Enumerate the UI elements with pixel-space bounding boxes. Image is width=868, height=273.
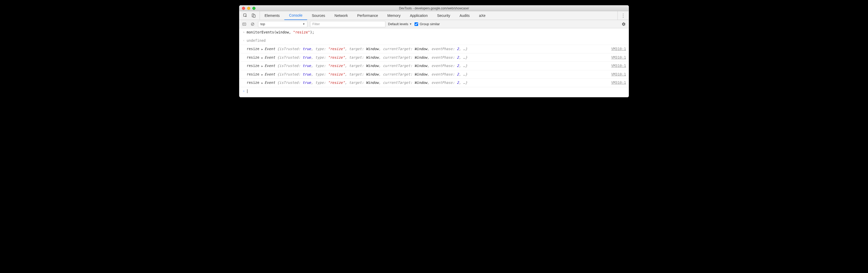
console-log-row: resize ▶Event {isTrusted: true, type: "r… bbox=[239, 62, 629, 70]
expand-triangle-icon[interactable]: ▶ bbox=[261, 81, 265, 85]
tab-axe[interactable]: aXe bbox=[474, 11, 490, 20]
expand-triangle-icon[interactable]: ▶ bbox=[261, 47, 265, 52]
source-link[interactable]: VM310:1 bbox=[609, 46, 626, 52]
console-result: undefined bbox=[247, 38, 626, 43]
source-link[interactable]: VM310:1 bbox=[609, 72, 626, 77]
tab-application[interactable]: Application bbox=[405, 11, 432, 20]
log-gutter bbox=[241, 46, 247, 52]
group-similar-checkbox[interactable]: Group similar bbox=[414, 22, 440, 26]
svg-line-5 bbox=[252, 23, 254, 25]
minimize-window-button[interactable] bbox=[247, 7, 250, 10]
expand-triangle-icon[interactable]: ▶ bbox=[261, 73, 265, 77]
svg-rect-2 bbox=[253, 15, 255, 18]
source-link[interactable]: VM310:1 bbox=[609, 80, 626, 86]
log-gutter bbox=[241, 55, 247, 60]
tabbar-left-tools bbox=[239, 11, 260, 20]
console-log-row: resize ▶Event {isTrusted: true, type: "r… bbox=[239, 54, 629, 62]
main-tabbar: ElementsConsoleSourcesNetworkPerformance… bbox=[239, 11, 629, 20]
group-similar-label: Group similar bbox=[420, 22, 440, 26]
console-log-content[interactable]: resize ▶Event {isTrusted: true, type: "r… bbox=[247, 63, 609, 69]
log-gutter bbox=[241, 80, 247, 86]
tab-security[interactable]: Security bbox=[432, 11, 455, 20]
tab-performance[interactable]: Performance bbox=[352, 11, 382, 20]
console-command: monitorEvents(window, "resize"); bbox=[247, 30, 626, 35]
console-log-content[interactable]: resize ▶Event {isTrusted: true, type: "r… bbox=[247, 72, 609, 77]
console-log-row: resize ▶Event {isTrusted: true, type: "r… bbox=[239, 79, 629, 87]
window-controls bbox=[239, 7, 255, 10]
tab-audits[interactable]: Audits bbox=[455, 11, 474, 20]
tabbar-menu-button[interactable]: ⋮ bbox=[618, 11, 629, 20]
console-result-row: ‹ undefined bbox=[239, 37, 629, 45]
titlebar: DevTools - developers.google.com/web/sho… bbox=[239, 5, 629, 11]
tab-network[interactable]: Network bbox=[330, 11, 352, 20]
console-prompt-input[interactable] bbox=[247, 89, 626, 94]
context-selector-value: top bbox=[260, 22, 265, 26]
expand-triangle-icon[interactable]: ▶ bbox=[261, 64, 265, 68]
kebab-icon: ⋮ bbox=[621, 13, 625, 18]
filter-input[interactable] bbox=[310, 21, 385, 27]
toggle-sidebar-icon[interactable] bbox=[241, 21, 247, 27]
console-log-row: resize ▶Event {isTrusted: true, type: "r… bbox=[239, 45, 629, 54]
expand-triangle-icon[interactable]: ▶ bbox=[261, 56, 265, 60]
console-log-row: resize ▶Event {isTrusted: true, type: "r… bbox=[239, 70, 629, 79]
log-levels-label: Default levels bbox=[388, 22, 408, 26]
console-input-row: › monitorEvents(window, "resize"); bbox=[239, 28, 629, 37]
prompt-gutter-icon: › bbox=[241, 89, 247, 94]
console-toolbar: top ▼ Default levels ▼ Group similar bbox=[239, 20, 629, 28]
log-levels-dropdown[interactable]: Default levels ▼ bbox=[388, 22, 412, 26]
source-link[interactable]: VM310:1 bbox=[609, 63, 626, 69]
tab-sources[interactable]: Sources bbox=[307, 11, 330, 20]
inspect-element-icon[interactable] bbox=[243, 13, 248, 18]
window-title: DevTools - developers.google.com/web/sho… bbox=[239, 6, 629, 10]
console-log-content[interactable]: resize ▶Event {isTrusted: true, type: "r… bbox=[247, 80, 609, 86]
console-log-content[interactable]: resize ▶Event {isTrusted: true, type: "r… bbox=[247, 46, 609, 52]
console-body: › monitorEvents(window, "resize"); ‹ und… bbox=[239, 28, 629, 97]
log-gutter bbox=[241, 63, 247, 69]
dropdown-arrow-icon: ▼ bbox=[409, 23, 412, 26]
device-toolbar-icon[interactable] bbox=[251, 13, 256, 18]
log-gutter bbox=[241, 72, 247, 77]
tab-memory[interactable]: Memory bbox=[383, 11, 405, 20]
output-gutter-icon: ‹ bbox=[241, 38, 247, 43]
dropdown-arrow-icon: ▼ bbox=[303, 23, 305, 26]
tabs: ElementsConsoleSourcesNetworkPerformance… bbox=[260, 11, 490, 20]
tab-elements[interactable]: Elements bbox=[260, 11, 284, 20]
tab-console[interactable]: Console bbox=[284, 11, 307, 20]
input-gutter-icon: › bbox=[241, 30, 247, 35]
text-cursor bbox=[247, 89, 247, 93]
close-window-button[interactable] bbox=[242, 7, 245, 10]
console-prompt-row[interactable]: › bbox=[239, 87, 629, 97]
group-similar-input[interactable] bbox=[414, 22, 418, 26]
console-log-content[interactable]: resize ▶Event {isTrusted: true, type: "r… bbox=[247, 55, 609, 60]
context-selector[interactable]: top ▼ bbox=[258, 21, 307, 27]
source-link[interactable]: VM310:1 bbox=[609, 55, 626, 60]
maximize-window-button[interactable] bbox=[252, 7, 255, 10]
devtools-window: DevTools - developers.google.com/web/sho… bbox=[239, 5, 629, 97]
console-settings-icon[interactable] bbox=[621, 21, 627, 27]
clear-console-icon[interactable] bbox=[250, 21, 255, 27]
